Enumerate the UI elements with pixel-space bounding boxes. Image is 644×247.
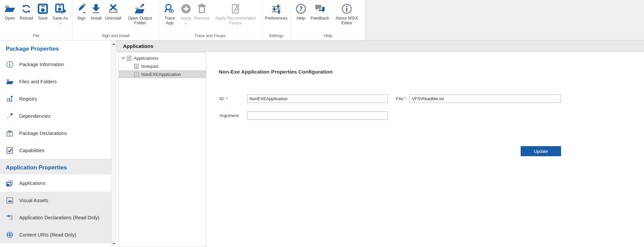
apply-plus-icon — [180, 3, 192, 15]
sidebar-item-visual-assets[interactable]: Visual Assets — [0, 192, 111, 209]
install-button[interactable]: Install — [90, 0, 102, 21]
tree-row-applications-root[interactable]: Applications — [119, 54, 206, 62]
sidebar-item-content-uris[interactable]: Content URIs (Read Only) — [0, 226, 111, 243]
file-input-group: ... — [409, 94, 561, 103]
argument-input[interactable] — [247, 111, 388, 120]
ribbon-group-label-settings: Settings — [262, 33, 291, 38]
uninstall-button-label: Uninstall — [105, 16, 121, 21]
chevron-down-icon — [59, 21, 62, 25]
tree-node-label: NonEXEApplication — [141, 72, 181, 77]
sidebar-item-applications[interactable]: Applications — [0, 174, 111, 192]
open-button-label: Open — [5, 16, 15, 21]
scrollbar-down-arrow[interactable] — [112, 241, 116, 246]
ribbon-groups: Open Reload Save — [0, 0, 365, 40]
remove-button: Remove — [194, 0, 210, 21]
msix-editor-window: Open Reload Save — [0, 0, 644, 247]
apply-button-label: Apply — [181, 16, 191, 21]
sidebar-scrollbar[interactable] — [111, 40, 116, 247]
applications-tree-panel: Applications Notepad NonEXEApplication — [119, 52, 206, 247]
update-button[interactable]: Update — [521, 146, 561, 156]
ribbon-group-settings: Preferences Settings — [262, 0, 291, 40]
sidebar-item-label: Capabilities — [19, 148, 44, 153]
help-button[interactable]: ? Help — [295, 0, 307, 21]
open-button[interactable]: Open — [4, 0, 16, 21]
info-circle-icon — [6, 60, 14, 68]
feedback-button[interactable]: Feedback — [311, 0, 329, 21]
page-title: Applications — [123, 40, 644, 52]
declarations-list-icon — [6, 214, 14, 222]
preferences-button-label: Preferences — [265, 16, 287, 21]
ribbon-group-help: ? Help Feedback About MSI — [291, 0, 365, 40]
sidebar-item-label: Visual Assets — [19, 198, 48, 203]
id-field-label: ID: * — [219, 96, 228, 101]
open-output-folder-button[interactable]: Open Output Folder — [124, 0, 155, 25]
ribbon-group-file: Open Reload Save — [0, 0, 72, 40]
open-output-folder-button-label: Open Output Folder — [124, 16, 155, 25]
dependencies-arrow-icon — [6, 112, 14, 120]
browse-button[interactable]: ... — [553, 95, 561, 103]
remove-button-label: Remove — [194, 16, 210, 21]
about-msix-editor-button[interactable]: About MSIX Editor — [333, 0, 361, 25]
ribbon-group-sign-and-install: Sign Install Uninstall — [72, 0, 159, 40]
preferences-sliders-icon — [271, 3, 282, 15]
sidebar-item-registry[interactable]: Registry — [0, 90, 111, 107]
install-arrow-icon — [90, 3, 102, 15]
save-as-button-label: Save As — [53, 16, 68, 21]
tree-row-nonexeapplication[interactable]: NonEXEApplication — [119, 70, 206, 78]
install-button-label: Install — [91, 16, 102, 21]
application-properties-section: Application Properties Applications Visu… — [0, 159, 111, 243]
about-msix-editor-button-label: About MSIX Editor — [333, 16, 361, 25]
registry-icon — [6, 95, 14, 103]
sidebar-item-label: Dependencies — [19, 113, 51, 119]
sidebar-item-label: Applications — [19, 181, 45, 186]
save-icon — [37, 3, 49, 15]
remove-trash-icon — [196, 3, 208, 15]
sidebar-item-dependencies[interactable]: Dependencies — [0, 107, 111, 125]
chevron-down-icon[interactable] — [121, 56, 125, 60]
ribbon-group-label-trace-and-fixups: Trace and Fixups — [159, 33, 261, 38]
sidebar-item-label: Files and Folders — [19, 79, 57, 84]
apply-recommended-fixups-button: Apply Recommended Fixups — [212, 0, 259, 25]
ribbon-group-label-file: File — [0, 33, 72, 38]
open-folder-icon — [4, 3, 16, 15]
page-header-bar: Applications — [116, 40, 644, 52]
document-icon — [134, 72, 139, 77]
save-as-button[interactable]: Save As — [53, 0, 68, 24]
sidebar-item-files-and-folders[interactable]: Files and Folders — [0, 73, 111, 90]
save-button[interactable]: Save — [37, 0, 49, 21]
file-field-label: File:* — [396, 96, 406, 101]
sidebar-item-package-declarations[interactable]: Package Declarations — [0, 125, 111, 142]
sidebar-item-package-information[interactable]: Package Information — [0, 56, 111, 73]
tree-node-label: Applications — [134, 56, 158, 61]
sign-button-label: Sign — [77, 16, 86, 21]
reload-button[interactable]: Reload — [20, 0, 33, 21]
sidebar-item-capabilities[interactable]: Capabilities — [0, 142, 111, 159]
preferences-button[interactable]: Preferences — [265, 0, 287, 21]
ribbon-group-trace-and-fixups: Trace App Apply Remove — [159, 0, 262, 40]
apply-recommended-fixups-button-label: Apply Recommended Fixups — [212, 16, 259, 25]
sidebar-item-label: Content URIs (Read Only) — [19, 232, 76, 238]
trace-app-button[interactable]: Trace App — [161, 0, 178, 25]
application-properties-form: Non-Exe Application Properties Configura… — [207, 52, 644, 247]
app-windows-icon — [6, 179, 14, 187]
tree-row-notepad[interactable]: Notepad — [119, 62, 206, 70]
folder-icon — [6, 78, 14, 86]
sidebar-item-label: Package Declarations — [19, 131, 67, 136]
uninstall-x-icon — [108, 3, 119, 15]
required-asterisk: * — [404, 96, 406, 101]
document-icon — [134, 64, 139, 69]
sign-button[interactable]: Sign — [76, 0, 87, 21]
trace-app-icon — [164, 3, 175, 15]
uninstall-button[interactable]: Uninstall — [105, 0, 121, 21]
id-input[interactable] — [247, 94, 388, 103]
scrollbar-up-arrow[interactable] — [112, 41, 116, 47]
sign-pencil-icon — [76, 3, 87, 15]
navigation-sidebar: Package Properties Package Information F… — [0, 40, 111, 247]
ribbon-toolbar: Open Reload Save — [0, 0, 644, 40]
sidebar-item-application-declarations[interactable]: Application Declarations (Read Only) — [0, 209, 111, 226]
document-icon — [127, 56, 131, 61]
file-input[interactable] — [410, 95, 553, 103]
save-as-icon — [55, 3, 66, 15]
image-icon — [6, 196, 14, 204]
chevron-down-icon — [184, 21, 188, 25]
